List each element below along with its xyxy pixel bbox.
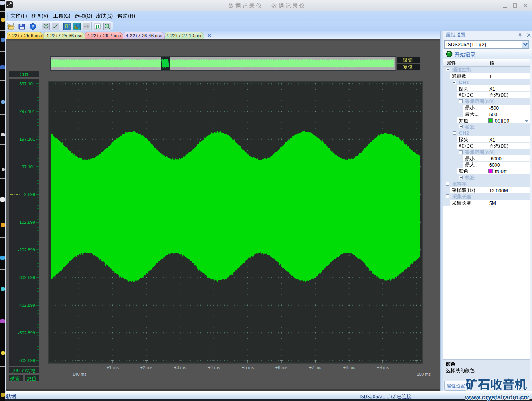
svg-text:?: ? <box>32 24 34 29</box>
